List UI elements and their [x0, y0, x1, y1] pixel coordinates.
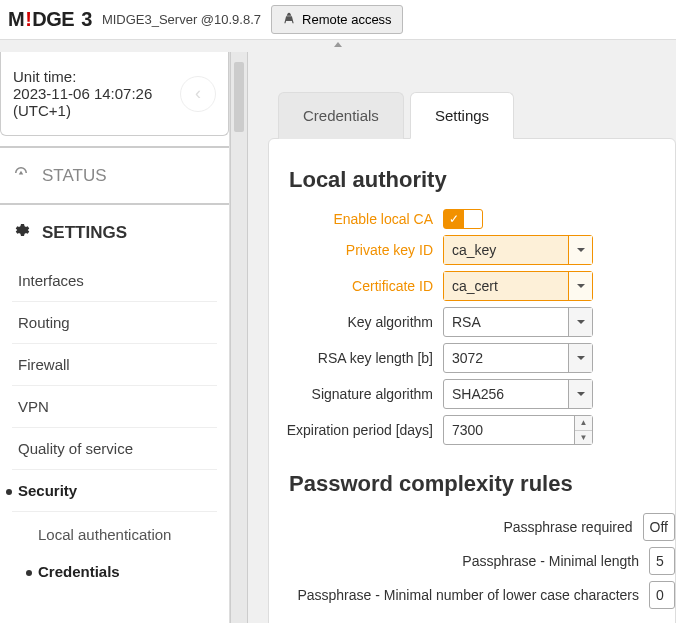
tab-credentials[interactable]: Credentials	[278, 92, 404, 139]
signature-algorithm-select[interactable]: SHA256	[443, 379, 593, 409]
content-area: Credentials Settings Local authority Ena…	[248, 52, 676, 623]
nav-item-firewall[interactable]: Firewall	[12, 344, 217, 386]
rsa-key-length-label: RSA key length [b]	[273, 350, 433, 366]
panel-settings: Local authority Enable local CA ✓ Privat…	[268, 138, 676, 623]
nav-item-vpn[interactable]: VPN	[12, 386, 217, 428]
spin-down-icon[interactable]: ▼	[575, 431, 592, 445]
nav-item-qos[interactable]: Quality of service	[12, 428, 217, 470]
nav-status-label: STATUS	[42, 166, 107, 186]
certificate-id-value: ca_cert	[444, 272, 568, 300]
expiration-period-label: Expiration period [days]	[273, 422, 433, 438]
key-algorithm-value: RSA	[444, 308, 568, 336]
chevron-down-icon	[568, 308, 592, 336]
key-algorithm-label: Key algorithm	[273, 314, 433, 330]
nav-status-header[interactable]: STATUS	[0, 148, 229, 203]
rsa-key-length-select[interactable]: 3072	[443, 343, 593, 373]
passphrase-minlen-input[interactable]: 5	[649, 547, 675, 575]
host-label: MIDGE3_Server @10.9.8.7	[102, 12, 261, 27]
expiration-period-input[interactable]: 7300 ▲ ▼	[443, 415, 593, 445]
logo-pref: M	[8, 8, 24, 31]
remote-access-button[interactable]: Remote access	[271, 5, 403, 34]
sidebar: Unit time: 2023-11-06 14:07:26 (UTC+1) ‹…	[0, 52, 230, 623]
private-key-id-label: Private key ID	[273, 242, 433, 258]
logo: M!DGE 3	[8, 8, 92, 31]
chevron-down-icon	[568, 236, 592, 264]
top-bar: M!DGE 3 MIDGE3_Server @10.9.8.7 Remote a…	[0, 0, 676, 40]
private-key-id-value: ca_key	[444, 236, 568, 264]
passphrase-required-select[interactable]: Off	[643, 513, 675, 541]
rsa-key-length-value: 3072	[444, 344, 568, 372]
enable-local-ca-toggle[interactable]: ✓	[443, 209, 483, 229]
key-algorithm-select[interactable]: RSA	[443, 307, 593, 337]
passphrase-minlower-label: Passphrase - Minimal number of lower cas…	[297, 587, 639, 603]
logo-num: 3	[81, 8, 92, 31]
tab-settings[interactable]: Settings	[410, 92, 514, 139]
signature-algorithm-value: SHA256	[444, 380, 568, 408]
chevron-down-icon	[568, 272, 592, 300]
unit-time-card: Unit time: 2023-11-06 14:07:26 (UTC+1) ‹	[0, 52, 229, 136]
private-key-id-select[interactable]: ca_key	[443, 235, 593, 265]
chevron-down-icon	[568, 380, 592, 408]
antenna-icon	[282, 11, 296, 28]
heading-password-rules: Password complexity rules	[289, 471, 675, 497]
expiration-period-value: 7300	[444, 418, 574, 442]
nav-sub-credentials[interactable]: Credentials	[32, 553, 217, 590]
enable-local-ca-label: Enable local CA	[273, 211, 433, 227]
logo-suf: DGE	[32, 8, 74, 31]
scrollbar-thumb[interactable]	[234, 62, 244, 132]
chevron-down-icon	[568, 344, 592, 372]
passphrase-minlen-value: 5	[650, 549, 674, 573]
nav-item-interfaces[interactable]: Interfaces	[12, 260, 217, 302]
certificate-id-label: Certificate ID	[273, 278, 433, 294]
passphrase-required-label: Passphrase required	[503, 519, 632, 535]
nav-settings-header[interactable]: SETTINGS	[0, 205, 229, 260]
passphrase-required-value: Off	[644, 515, 674, 539]
gauge-icon	[12, 164, 30, 187]
spin-up-icon[interactable]: ▲	[575, 416, 592, 431]
signature-algorithm-label: Signature algorithm	[273, 386, 433, 402]
tabs: Credentials Settings	[278, 92, 676, 139]
remote-access-label: Remote access	[302, 12, 392, 27]
nav-item-routing[interactable]: Routing	[12, 302, 217, 344]
nav-sub-local-auth[interactable]: Local authentication	[32, 516, 217, 553]
scrollbar-vertical[interactable]	[230, 52, 248, 623]
passphrase-minlen-label: Passphrase - Minimal length	[462, 553, 639, 569]
nav-settings-label: SETTINGS	[42, 223, 127, 243]
passphrase-minlower-value: 0	[650, 583, 674, 607]
heading-local-authority: Local authority	[289, 167, 675, 193]
chevron-left-icon[interactable]: ‹	[180, 76, 216, 112]
scroll-up-icon[interactable]	[0, 40, 676, 52]
gear-icon	[12, 221, 30, 244]
passphrase-minlower-input[interactable]: 0	[649, 581, 675, 609]
check-icon: ✓	[444, 210, 464, 228]
nav-item-security[interactable]: Security	[12, 470, 217, 512]
certificate-id-select[interactable]: ca_cert	[443, 271, 593, 301]
logo-exclaim: !	[25, 8, 31, 31]
